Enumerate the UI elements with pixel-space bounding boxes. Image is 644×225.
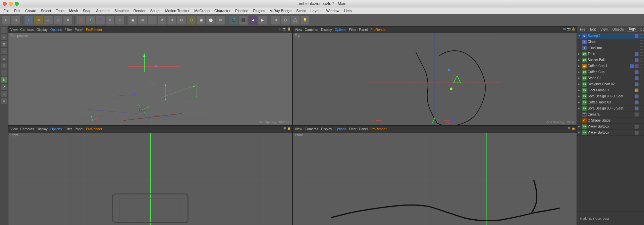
sofa3-tag[interactable] (635, 106, 639, 110)
menu-mograph[interactable]: MoGraph (192, 8, 212, 13)
obj-row-floorlamp[interactable]: ▶ L9 Floor Lamp 01 … (577, 87, 644, 93)
render-prev-button[interactable]: ◀ (248, 15, 258, 25)
vp-right-filter-btn[interactable]: Filter (64, 127, 72, 131)
sphere-button[interactable]: ◉ (128, 15, 138, 25)
menu-vray-bridge[interactable]: V-Ray Bridge (268, 8, 294, 13)
vray2-toggle[interactable] (640, 131, 643, 134)
cc1-toggle[interactable] (640, 64, 643, 68)
grid2-button[interactable]: ⊡ (177, 15, 186, 25)
train-tag-1[interactable] (635, 52, 639, 56)
vp-front-view-btn[interactable]: View (295, 127, 302, 131)
sidebar-icon-8[interactable]: S (1, 76, 7, 83)
vp-front-display-btn[interactable]: Display (321, 127, 332, 131)
vp-front-prorender-btn[interactable]: ProRender (370, 127, 386, 131)
menu-animate[interactable]: Animate (94, 8, 112, 13)
cc1-tag2[interactable] (635, 64, 639, 68)
vp-top-display-btn[interactable]: Display (321, 28, 332, 32)
menu-sculpt[interactable]: Sculpt (148, 8, 163, 13)
expand-stand[interactable]: ▶ (578, 77, 582, 80)
cc1-tag[interactable] (630, 64, 634, 68)
ring-button[interactable]: ◯ (290, 15, 300, 25)
vp-right-expand-icon[interactable]: ⊞ (283, 127, 286, 130)
x-axis-button[interactable]: X (76, 15, 86, 25)
vp-options-btn[interactable]: Options (50, 28, 62, 32)
lamp-toggle[interactable] (640, 89, 643, 92)
sofa1-tag[interactable] (635, 94, 639, 98)
vp-camera-icon[interactable]: 📷 (282, 27, 286, 31)
redo-button[interactable]: ↪ (11, 15, 20, 25)
menu-script[interactable]: Script (294, 8, 308, 13)
vp-filter-btn[interactable]: Filter (64, 28, 72, 32)
lamp-tag[interactable]: … (635, 88, 639, 92)
panel-tab-objects[interactable]: Objects (611, 27, 625, 32)
sidebar-icon-11[interactable]: ⊕ (1, 97, 7, 104)
obj-row-train[interactable]: ▶ L9 Train (577, 51, 644, 57)
cc-tag[interactable] (635, 70, 639, 74)
obj-row-coffeecup[interactable]: ▶ L9 Coffee Cup (577, 69, 644, 75)
settings-button[interactable]: ⊛ (167, 15, 176, 25)
vp-right-options-btn[interactable]: Options (50, 127, 62, 131)
scale-button[interactable]: ⊞ (53, 15, 63, 25)
expand-train[interactable]: ▶ (578, 52, 582, 55)
obj-row-vray1[interactable]: ▶ L9 V-Ray Softbox (577, 124, 644, 130)
render-play-button[interactable]: ▶ (258, 15, 267, 25)
table-toggle[interactable] (640, 101, 643, 104)
expand-sofa1[interactable]: ▶ (578, 95, 582, 98)
obj-row-coffeetable[interactable]: ▶ L9 Coffee Table 03 (577, 99, 644, 105)
viewport-front[interactable]: View Cameras Display Options Filter Pane… (292, 126, 577, 225)
menu-render[interactable]: Render (131, 8, 148, 13)
panel-tab-bookmarks[interactable]: Bookmarks (639, 27, 644, 32)
sidebar-icon-3[interactable]: ⊞ (1, 41, 7, 48)
gear-button[interactable]: ⚙ (216, 15, 225, 25)
table-tag[interactable] (635, 100, 639, 104)
new-object-button[interactable]: + (24, 15, 34, 25)
vp-right-cameras-btn[interactable]: Cameras (20, 127, 34, 131)
vp-view-btn[interactable]: View (10, 28, 18, 32)
hex-button[interactable]: ⬡ (186, 15, 196, 25)
stand-tag[interactable] (635, 76, 639, 80)
grid-button[interactable]: ☲ (148, 15, 157, 25)
vp-top-prorender-btn[interactable]: ProRender (370, 28, 386, 32)
rotate-button[interactable]: ↻ (63, 15, 72, 25)
obj-toggle-1[interactable] (640, 34, 643, 38)
menu-motion-tracker[interactable]: Motion Tracker (163, 8, 192, 13)
obj-row-televisore[interactable]: T televisore (577, 45, 644, 51)
expand-vray2[interactable]: ▶ (578, 131, 582, 134)
vray1-toggle[interactable] (640, 125, 643, 128)
add2-button[interactable]: ⊕ (271, 15, 280, 25)
vp-display-btn[interactable]: Display (37, 28, 48, 32)
expand-table[interactable]: ▶ (578, 101, 582, 104)
sidebar-icon-7[interactable]: ⋮ (1, 69, 7, 76)
obj-toggle-circle[interactable] (640, 40, 643, 44)
vp-top-panel-btn[interactable]: Panel (359, 28, 368, 32)
menu-edit[interactable]: Edit (12, 8, 22, 13)
viewport-top[interactable]: View Cameras Display Options Filter Pane… (292, 26, 577, 126)
obj-row-circle[interactable]: ○ Circle (577, 39, 644, 45)
menu-help[interactable]: Help (342, 8, 354, 13)
obj-tag-1[interactable] (635, 34, 639, 38)
panel-tab-file[interactable]: File (579, 27, 587, 32)
undo-button[interactable]: ↩ (1, 15, 11, 25)
y-axis-button[interactable]: Y (86, 15, 95, 25)
vp-right-prorender-btn[interactable]: ProRender (86, 127, 102, 131)
vp-front-lock-icon[interactable]: 🔒 (572, 127, 575, 130)
vp-top-options-btn[interactable]: Options (335, 28, 346, 32)
sidebar-icon-5[interactable]: △ (1, 55, 7, 62)
square-button[interactable]: ▣ (196, 15, 206, 25)
panel-tab-edit[interactable]: Edit (589, 27, 597, 32)
light-button[interactable]: 💡 (300, 15, 310, 25)
obj-row-sofa1seat[interactable]: ▶ L9 Sofa Design 03 - 1 Seat (577, 93, 644, 99)
menu-select[interactable]: Select (39, 8, 53, 13)
vp-front-expand-icon[interactable]: ⊞ (568, 127, 571, 130)
vp-front-cameras-btn[interactable]: Cameras (305, 127, 319, 131)
obj-row-cshape[interactable]: C C Shape Stage (577, 118, 644, 124)
obj-row-sweep1[interactable]: ▼ S Sweep.1 (577, 33, 644, 39)
soccer-tag[interactable] (635, 58, 639, 62)
stand-toggle[interactable] (640, 77, 643, 80)
expand-cc1[interactable]: ▶ (578, 64, 582, 68)
poly-button[interactable]: ⬡ (281, 15, 290, 25)
expand-lamp[interactable]: ▶ (578, 89, 582, 92)
vp-top-view-btn[interactable]: View (295, 28, 302, 32)
vp-top-lock-icon[interactable]: 🔒 (572, 27, 575, 31)
sidebar-icon-6[interactable]: □ (1, 62, 7, 69)
